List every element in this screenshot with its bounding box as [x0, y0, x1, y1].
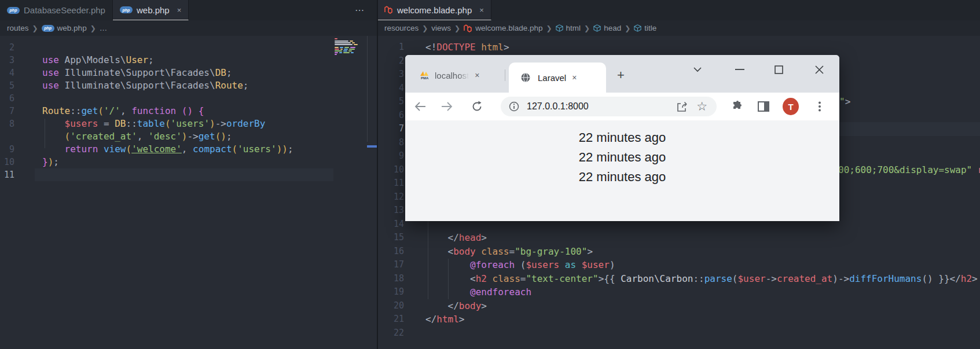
scrollbar-track[interactable] — [367, 36, 368, 142]
breadcrumb-item-views[interactable]: views — [431, 24, 451, 32]
cube-icon — [556, 24, 563, 32]
tab-title: localhost — [435, 71, 469, 80]
line-number: 8 — [377, 136, 404, 150]
chevron-right-icon: ❯ — [454, 24, 460, 32]
code-token: $users — [526, 259, 559, 270]
code-line[interactable]: "> — [839, 95, 850, 109]
line-number: 16 — [377, 245, 404, 259]
code-token: DB — [215, 67, 226, 78]
close-icon[interactable]: × — [475, 71, 479, 80]
url-text[interactable]: 127.0.0.1:8000 — [527, 101, 676, 112]
breadcrumb[interactable]: resources❯views❯welcome.blade.php❯html❯h… — [377, 20, 980, 36]
code-line[interactable]: }); — [42, 156, 59, 168]
code-token: function — [131, 105, 176, 116]
breadcrumb-item-resources[interactable]: resources — [384, 24, 419, 32]
code-line[interactable]: </html> — [425, 313, 464, 326]
maximize-icon[interactable] — [770, 62, 787, 77]
code-token: -> — [215, 118, 226, 129]
code-line[interactable]: </head> — [425, 231, 487, 245]
minimap-segment — [350, 41, 353, 42]
breadcrumb-item-welcome-blade-php[interactable]: welcome.blade.php — [464, 24, 542, 32]
code-line[interactable]: return view('welcome', compact('users'))… — [42, 143, 293, 156]
code-line[interactable]: $users = DB::table('users')->orderBy — [42, 117, 265, 130]
code-token: orderBy — [226, 118, 265, 129]
url-bar[interactable]: 127.0.0.1:8000 ☆ — [501, 97, 717, 116]
minimap-segment — [335, 47, 339, 48]
code-token: <! — [425, 42, 436, 53]
chrome-tab-localhost[interactable]: PMA localhost × — [419, 67, 479, 84]
sidebar-icon[interactable] — [755, 98, 772, 115]
code-line[interactable]: </body> — [425, 299, 487, 313]
code-token: DOCTYPE — [436, 42, 475, 53]
star-icon[interactable]: ☆ — [696, 101, 707, 112]
code-token: :: — [693, 273, 704, 284]
code-token: > — [481, 300, 487, 311]
extensions-icon[interactable] — [729, 98, 746, 115]
minimize-icon[interactable] — [731, 62, 748, 77]
minimap-row — [335, 54, 337, 55]
code-line[interactable]: @foreach ($users as $user) — [425, 258, 615, 272]
code-token: head — [459, 232, 482, 243]
breadcrumb-item-title[interactable]: title — [634, 24, 656, 32]
code-token: Illuminate\Support\Facades\ — [59, 67, 215, 78]
breadcrumb-item-web-php[interactable]: phpweb.php — [42, 24, 87, 32]
code-line[interactable]: ('created_at', 'desc')->get(); — [42, 130, 232, 143]
code-token — [176, 105, 182, 116]
code-token: ) — [610, 259, 615, 270]
code-token: , — [137, 131, 148, 142]
breadcrumb-item--[interactable]: … — [100, 24, 108, 32]
profile-avatar[interactable]: T — [783, 98, 799, 115]
code-token: ; — [243, 80, 249, 91]
line-number: 3 — [377, 68, 404, 82]
breadcrumb-item-head[interactable]: head — [593, 24, 621, 32]
code-token: view — [104, 144, 126, 155]
line-number: 7 — [0, 105, 14, 117]
forward-icon[interactable] — [439, 98, 455, 115]
share-icon[interactable] — [676, 101, 688, 112]
code-token — [425, 286, 470, 297]
line-number: 15 — [377, 231, 404, 245]
minimap-segment — [335, 42, 351, 43]
chrome-tab-laravel[interactable]: Laravel × — [509, 63, 606, 93]
kebab-menu-icon[interactable] — [812, 98, 828, 115]
chevron-down-icon[interactable] — [689, 62, 706, 77]
editor-group-divider[interactable] — [377, 0, 378, 349]
code-token: return — [65, 144, 98, 155]
editor-actions-more-icon[interactable]: ⋯ — [355, 0, 365, 20]
info-icon[interactable] — [509, 101, 519, 112]
editor-tab-web-php[interactable]: phpweb.php× — [113, 0, 189, 20]
close-icon[interactable]: × — [177, 6, 182, 14]
back-icon[interactable] — [412, 98, 428, 115]
editor-tab-DatabaseSeeder-php[interactable]: phpDatabaseSeeder.php — [0, 0, 113, 20]
close-icon[interactable] — [810, 62, 828, 77]
tabbar-right: welcome.blade.php× — [377, 0, 980, 20]
minimap-row — [335, 47, 355, 48]
line-number: 14 — [377, 218, 404, 232]
code-line[interactable]: <!DOCTYPE html> — [425, 41, 509, 54]
code-token: use — [42, 54, 59, 65]
line-number: 9 — [377, 149, 404, 163]
breadcrumb[interactable]: routes❯phpweb.php❯… — [0, 20, 377, 36]
editor-tab-welcome-blade-php[interactable]: welcome.blade.php× — [377, 0, 491, 20]
line-number: 2 — [377, 54, 404, 68]
breadcrumb-item-html[interactable]: html — [556, 24, 581, 32]
code-line[interactable]: use Illuminate\Support\Facades\Route; — [42, 79, 248, 92]
code-line[interactable]: <body class="bg-gray-100"> — [425, 245, 593, 259]
close-icon[interactable]: × — [479, 6, 484, 14]
line-number: 20 — [377, 299, 404, 313]
code-token: "bg-gray-100" — [515, 246, 587, 257]
breadcrumb-item-routes[interactable]: routes — [7, 24, 29, 32]
close-icon[interactable]: × — [572, 73, 577, 82]
code-line[interactable]: <h2 class="text-center">{{ Carbon\Carbon… — [425, 272, 978, 286]
reload-icon[interactable] — [469, 98, 485, 115]
minimap-row — [335, 44, 358, 45]
code-line[interactable]: use Illuminate\Support\Facades\DB; — [42, 67, 232, 79]
cube-icon — [634, 24, 641, 32]
code-line[interactable]: Route::get('/', function () { — [42, 105, 204, 117]
code-token: $user — [582, 259, 610, 270]
code-line[interactable]: @endforeach — [425, 285, 531, 299]
new-tab-button[interactable]: + — [617, 69, 625, 81]
code-line[interactable]: 00;600;700&display=swap" r — [838, 163, 980, 177]
code-line[interactable]: use App\Models\User; — [42, 54, 154, 67]
minimap-segment — [350, 47, 355, 48]
